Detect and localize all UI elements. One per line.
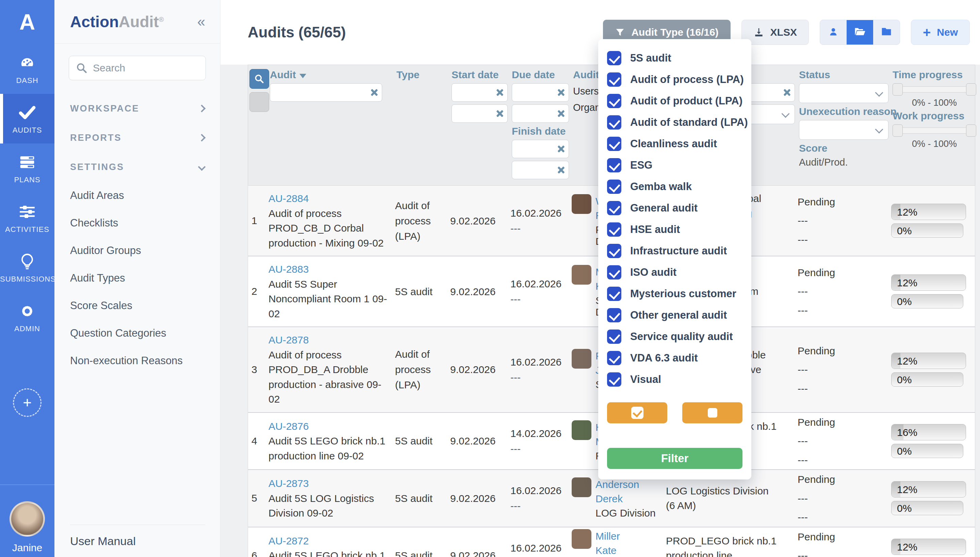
deselect-all-button[interactable] — [682, 402, 743, 423]
rail-item-audits[interactable]: AUDITS — [0, 94, 54, 143]
clear-icon[interactable] — [557, 89, 565, 96]
audit-type-option[interactable]: ESG — [598, 155, 751, 176]
sidebar-item-settings-entry[interactable]: Score Scales — [70, 292, 204, 319]
status-cell: Pending ------ — [798, 341, 887, 398]
checkbox-checked-icon[interactable] — [607, 372, 621, 387]
clear-icon[interactable] — [557, 145, 565, 153]
checkbox-checked-icon[interactable] — [607, 308, 621, 322]
checkbox-checked-icon[interactable] — [607, 158, 621, 173]
slider-handle-min[interactable] — [893, 124, 903, 137]
clear-icon[interactable] — [496, 89, 504, 96]
audit-type-option[interactable]: Gemba walk — [598, 176, 751, 197]
checkbox-checked-icon[interactable] — [607, 72, 621, 87]
checkbox-checked-icon[interactable] — [607, 94, 621, 108]
audit-type-option[interactable]: Visual — [598, 369, 751, 390]
work-progress-slider[interactable] — [893, 124, 976, 137]
audit-type-option[interactable]: HSE audit — [598, 219, 751, 240]
apply-search-button[interactable] — [250, 69, 269, 89]
rail-item-dashboard[interactable]: DASH — [0, 44, 54, 94]
audit-type-option[interactable]: Other general audit — [598, 305, 751, 326]
checkbox-checked-icon[interactable] — [607, 51, 621, 65]
audit-filter-input[interactable] — [270, 83, 382, 102]
new-audit-button[interactable]: + New — [911, 20, 970, 45]
audit-id-link[interactable]: AU-2876 — [268, 419, 391, 434]
rail-item-activities[interactable]: ACTIVITIES — [0, 193, 54, 243]
sidebar-search[interactable] — [69, 56, 206, 80]
user-avatar[interactable] — [10, 501, 45, 537]
audit-type-option[interactable]: General audit — [598, 197, 751, 219]
audit-type-option[interactable]: 5S audit — [598, 47, 751, 69]
user-manual-link[interactable]: User Manual — [70, 534, 136, 548]
audit-id-link[interactable]: AU-2884 — [268, 191, 391, 206]
sidebar-item-settings-entry[interactable]: Audit Types — [70, 264, 204, 292]
audit-id-link[interactable]: AU-2872 — [268, 534, 391, 549]
my-audits-toggle[interactable] — [820, 20, 847, 44]
clear-icon[interactable] — [557, 110, 565, 117]
clear-icon[interactable] — [557, 166, 565, 174]
sidebar-section-settings[interactable]: SETTINGS — [70, 152, 204, 182]
slider-handle-max[interactable] — [966, 124, 976, 137]
auditor-name-link[interactable]: MillerKate — [596, 529, 662, 557]
current-user[interactable]: Janine — [0, 485, 54, 554]
checkbox-checked-icon[interactable] — [607, 179, 621, 194]
audit-type-option[interactable]: Infrastructure audit — [598, 240, 751, 262]
clear-filters-button[interactable] — [250, 92, 269, 112]
export-xlsx-button[interactable]: XLSX — [742, 20, 809, 45]
rail-item-plans[interactable]: PLANS — [0, 143, 54, 193]
open-audits-toggle[interactable] — [847, 20, 873, 44]
clear-audit-filter-icon[interactable] — [371, 89, 378, 96]
audit-type-option[interactable]: Audit of standard (LPA) — [598, 112, 751, 133]
unexecution-select[interactable] — [799, 120, 889, 140]
sidebar-item-settings-entry[interactable]: Auditor Groups — [70, 237, 204, 264]
checkbox-checked-icon[interactable] — [607, 201, 621, 215]
checkbox-checked-icon[interactable] — [607, 115, 621, 130]
checkbox-checked-icon[interactable] — [607, 137, 621, 151]
checkbox-checked-icon[interactable] — [607, 222, 621, 237]
audit-type-option[interactable]: Audit of process (LPA) — [598, 69, 751, 90]
audit-id-link[interactable]: AU-2883 — [268, 262, 391, 277]
clear-icon[interactable] — [783, 89, 791, 96]
audit-type-option[interactable]: Service quality audit — [598, 326, 751, 347]
add-workspace-button[interactable]: + — [13, 388, 41, 417]
collapse-sidebar-icon[interactable]: « — [198, 14, 205, 30]
audit-type-option[interactable]: Mysterious customer — [598, 283, 751, 305]
column-header-type[interactable]: Type — [397, 69, 448, 81]
checkbox-checked-icon[interactable] — [607, 351, 621, 365]
sidebar-item-settings-entry[interactable]: Audit Areas — [70, 182, 204, 209]
checkbox-checked-icon[interactable] — [607, 244, 621, 258]
audit-type-option[interactable]: Audit of product (LPA) — [598, 90, 751, 112]
app-logo[interactable]: A — [0, 0, 54, 44]
all-audits-toggle[interactable] — [873, 20, 900, 44]
audit-id-link[interactable]: AU-2873 — [268, 476, 391, 491]
time-progress-slider[interactable] — [893, 83, 976, 96]
column-header-start-date[interactable]: Start date — [452, 69, 508, 81]
rail-item-admin[interactable]: ADMIN — [0, 292, 54, 342]
checkbox-checked-icon[interactable] — [607, 287, 621, 301]
sidebar-section-workspace[interactable]: WORKSPACE — [70, 94, 204, 123]
sidebar-item-settings-entry[interactable]: Non-execution Reasons — [70, 347, 204, 375]
auditor-name-link[interactable]: AndersonDerek — [596, 477, 656, 506]
checkbox-checked-icon[interactable] — [607, 329, 621, 344]
select-all-button[interactable] — [607, 402, 667, 423]
audit-type-option[interactable]: ISO audit — [598, 262, 751, 283]
audit-type-option-label: Other general audit — [630, 309, 727, 321]
sidebar-item-settings-entry[interactable]: Checklists — [70, 209, 204, 237]
column-header-audit[interactable]: Audit — [270, 69, 392, 81]
column-header-due-date[interactable]: Due date — [512, 69, 569, 81]
search-input[interactable] — [93, 62, 199, 74]
status-select[interactable] — [799, 83, 889, 103]
audit-id-link[interactable]: AU-2878 — [268, 332, 391, 347]
apply-filter-button[interactable]: Filter — [607, 448, 743, 469]
rail-item-submissions[interactable]: SUBMISSIONS — [0, 243, 54, 292]
status-value: Pending — [798, 470, 887, 489]
clear-icon[interactable] — [496, 110, 504, 117]
audit-type-option[interactable]: Cleanliness audit — [598, 133, 751, 155]
rail-item-label: SUBMISSIONS — [0, 275, 54, 283]
checkbox-checked-icon[interactable] — [607, 265, 621, 280]
slider-handle-min[interactable] — [893, 83, 903, 96]
slider-handle-max[interactable] — [966, 83, 976, 96]
table-row[interactable]: 6 AU-2872 Audit 5S LEGO brick nb.1 produ… — [248, 528, 975, 557]
sidebar-item-settings-entry[interactable]: Question Categories — [70, 319, 204, 347]
audit-type-option[interactable]: VDA 6.3 audit — [598, 347, 751, 369]
sidebar-section-reports[interactable]: REPORTS — [70, 123, 204, 152]
